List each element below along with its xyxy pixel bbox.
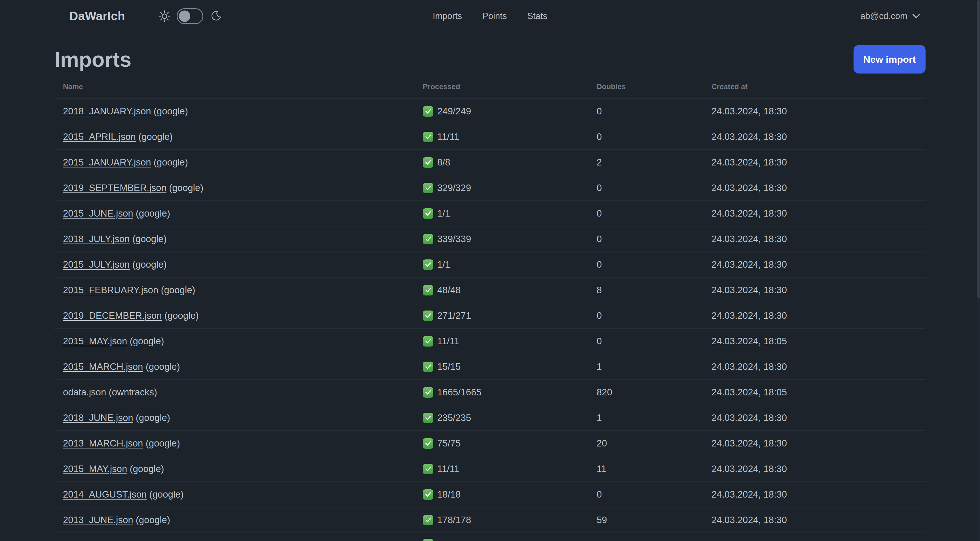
theme-toggle-group bbox=[159, 8, 221, 24]
created-at-value: 24.03.2024, 18:30 bbox=[711, 438, 926, 449]
doubles-value: 2 bbox=[597, 157, 711, 168]
processed-count: 48/48 bbox=[437, 285, 461, 295]
success-check-icon bbox=[423, 489, 433, 500]
processed-count: 329/329 bbox=[437, 182, 471, 193]
success-check-icon bbox=[423, 336, 433, 346]
file-link[interactable]: 2015_JUNE.json bbox=[63, 208, 133, 219]
processed-count: 271/271 bbox=[437, 310, 471, 321]
file-link[interactable]: 2015_MAY.json bbox=[63, 336, 127, 346]
doubles-value: 0 bbox=[597, 234, 711, 244]
scrollbar-track bbox=[977, 0, 980, 541]
file-source: (google) bbox=[130, 259, 167, 270]
success-check-icon bbox=[423, 311, 433, 321]
doubles-value: 59 bbox=[597, 515, 711, 525]
processed-cell: 249/249 bbox=[423, 106, 597, 116]
moon-icon bbox=[210, 10, 221, 22]
file-link[interactable]: 2015_MARCH.json bbox=[63, 361, 143, 372]
file-link[interactable]: 2015_JULY.json bbox=[63, 259, 130, 270]
processed-cell: 271/271 bbox=[423, 310, 597, 321]
user-email: ab@cd.com bbox=[860, 11, 907, 21]
column-header-name: Name bbox=[63, 82, 423, 91]
table-body: 2018_JANUARY.json (google) 249/249 0 24.… bbox=[54, 99, 926, 541]
processed-cell: 339/339 bbox=[423, 234, 597, 244]
app-logo[interactable]: DaWarIch bbox=[70, 10, 125, 23]
chevron-down-icon bbox=[913, 14, 920, 18]
file-source: (google) bbox=[133, 412, 170, 423]
name-cell: 2015_JANUARY.json (google) bbox=[63, 157, 423, 168]
name-cell: odata.json (owntracks) bbox=[63, 387, 423, 398]
processed-count: 1/1 bbox=[437, 208, 450, 219]
processed-count: 18/18 bbox=[437, 489, 461, 500]
name-cell: 2015_MARCH.json (google) bbox=[63, 361, 423, 372]
created-at-value: 24.03.2024, 18:30 bbox=[711, 310, 926, 321]
processed-cell: 8/8 bbox=[423, 157, 597, 168]
name-cell: 2015_JUNE.json (google) bbox=[63, 208, 423, 219]
file-link[interactable]: 2019_SEPTEMBER.json bbox=[63, 182, 167, 193]
processed-count: 15/15 bbox=[437, 361, 461, 372]
file-link[interactable]: 2015_JANUARY.json bbox=[63, 157, 151, 168]
processed-cell: 15/15 bbox=[423, 361, 597, 372]
success-check-icon bbox=[423, 234, 433, 244]
imports-table: Name Processed Doubles Created at 2018_J… bbox=[54, 75, 926, 541]
doubles-value: 0 bbox=[597, 259, 711, 270]
file-link[interactable]: 2015_FEBRUARY.json bbox=[63, 285, 158, 295]
table-row: 2014_AUGUST.json (google) 18/18 0 24.03.… bbox=[54, 482, 926, 507]
success-check-icon bbox=[423, 259, 433, 270]
processed-cell: 75/75 bbox=[423, 438, 597, 449]
processed-cell: 235/235 bbox=[423, 412, 597, 423]
scrollbar-thumb[interactable] bbox=[977, 0, 980, 298]
success-check-icon bbox=[423, 515, 433, 525]
table-row: 2018_JUNE.json (google) 235/235 1 24.03.… bbox=[54, 405, 926, 431]
table-row: odata.json (owntracks) 1665/1665 820 24.… bbox=[54, 380, 926, 405]
file-source: (google) bbox=[130, 234, 167, 244]
created-at-value: 24.03.2024, 18:05 bbox=[711, 336, 926, 346]
file-link[interactable]: odata.json bbox=[63, 387, 106, 397]
page-title: Imports bbox=[54, 48, 131, 72]
name-cell: 2019_DECEMBER.json (google) bbox=[63, 310, 423, 321]
file-source: (owntracks) bbox=[106, 387, 157, 397]
table-row: 2019_SEPTEMBER.json (google) 329/329 0 2… bbox=[54, 176, 926, 201]
doubles-value: 820 bbox=[597, 387, 711, 398]
name-cell: 2019_SEPTEMBER.json (google) bbox=[63, 182, 423, 193]
created-at-value: 24.03.2024, 18:30 bbox=[711, 259, 926, 270]
file-link[interactable]: 2013_JUNE.json bbox=[63, 515, 133, 525]
file-link[interactable]: 2018_JUNE.json bbox=[63, 412, 133, 423]
file-link[interactable]: 2013_MARCH.json bbox=[63, 438, 143, 448]
table-row-partial bbox=[54, 533, 926, 541]
new-import-button[interactable]: New import bbox=[854, 45, 926, 73]
navbar: DaWarIch Imports Points bbox=[0, 0, 980, 32]
file-link[interactable]: 2014_AUGUST.json bbox=[63, 489, 146, 500]
user-menu[interactable]: ab@cd.com bbox=[860, 11, 920, 21]
file-source: (google) bbox=[167, 182, 203, 193]
success-check-icon bbox=[423, 387, 433, 398]
nav-link-stats[interactable]: Stats bbox=[527, 11, 547, 21]
success-check-icon bbox=[423, 438, 433, 449]
nav-link-points[interactable]: Points bbox=[482, 11, 507, 21]
file-source: (google) bbox=[127, 463, 164, 474]
created-at-value: 24.03.2024, 18:05 bbox=[711, 387, 926, 398]
doubles-value: 0 bbox=[597, 106, 711, 116]
processed-count: 11/11 bbox=[437, 131, 460, 142]
doubles-value: 0 bbox=[597, 336, 711, 346]
table-row: 2015_JULY.json (google) 1/1 0 24.03.2024… bbox=[54, 252, 926, 278]
doubles-value: 0 bbox=[597, 182, 711, 193]
processed-cell: 11/11 bbox=[423, 131, 597, 142]
name-cell: 2014_AUGUST.json (google) bbox=[63, 489, 423, 500]
processed-cell: 1/1 bbox=[423, 259, 597, 270]
file-link[interactable]: 2018_JULY.json bbox=[63, 234, 130, 244]
file-link[interactable]: 2015_MAY.json bbox=[63, 463, 127, 474]
success-check-icon bbox=[423, 539, 433, 541]
nav-link-imports[interactable]: Imports bbox=[433, 11, 462, 21]
file-link[interactable]: 2015_APRIL.json bbox=[63, 131, 136, 142]
theme-toggle[interactable] bbox=[177, 8, 203, 24]
file-source: (google) bbox=[136, 131, 173, 142]
column-header-created-at: Created at bbox=[711, 82, 926, 91]
file-link[interactable]: 2019_DECEMBER.json bbox=[63, 310, 162, 321]
doubles-value: 20 bbox=[597, 438, 711, 449]
processed-count: 11/11 bbox=[437, 463, 460, 474]
sun-icon bbox=[159, 10, 170, 22]
file-link[interactable]: 2018_JANUARY.json bbox=[63, 106, 151, 116]
doubles-value: 0 bbox=[597, 131, 711, 142]
created-at-value: 24.03.2024, 18:30 bbox=[711, 157, 926, 168]
file-source: (google) bbox=[143, 438, 180, 448]
